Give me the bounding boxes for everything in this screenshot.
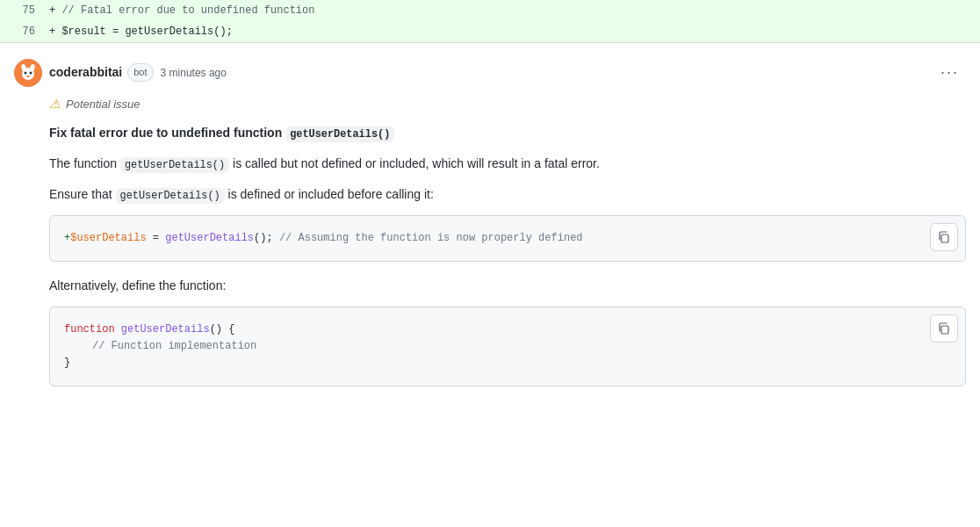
comment-header: coderabbitai bot 3 minutes ago ··· <box>14 57 966 88</box>
comment-impl: // Function implementation <box>92 340 256 352</box>
copy-icon-1 <box>937 230 951 244</box>
avatar <box>14 59 42 87</box>
ensure-before: Ensure that <box>49 187 112 201</box>
potential-issue: ⚠ Potential issue <box>49 95 966 113</box>
code-var: $userDetails <box>70 232 146 244</box>
svg-rect-8 <box>941 326 948 334</box>
code-block-1: +$userDetails = getUserDetails(); // Ass… <box>49 215 966 262</box>
description-text: The function getUserDetails() is called … <box>49 154 966 174</box>
close-brace: } <box>64 357 70 369</box>
diff-content-75: + // Fatal error due to undefined functi… <box>49 2 314 19</box>
ensure-after: is defined or included before calling it… <box>228 187 434 201</box>
line-number-75: 75 <box>14 2 49 19</box>
ensure-text: Ensure that getUserDetails() is defined … <box>49 184 966 205</box>
comment-section: coderabbitai bot 3 minutes ago ··· ⚠ Pot… <box>0 43 980 386</box>
code-block-1-content: +$userDetails = getUserDetails(); // Ass… <box>64 232 583 244</box>
desc-before: The function <box>49 156 117 170</box>
diff-section: 75 + // Fatal error due to undefined fun… <box>0 0 980 43</box>
fn-name: getUserDetails <box>121 323 210 336</box>
svg-rect-7 <box>941 235 948 242</box>
svg-point-5 <box>30 71 32 74</box>
code-block-2-line2: // Function implementation <box>64 338 951 355</box>
title-code: getUserDetails() <box>285 126 394 142</box>
title-prefix: Fix fatal error due to undefined functio… <box>49 126 282 140</box>
kw-function: function <box>64 323 121 336</box>
svg-point-6 <box>26 76 30 77</box>
comment-author: coderabbitai <box>49 63 122 82</box>
diff-comment-75: // Fatal error due to undefined function <box>61 4 314 17</box>
fn-parens: () { <box>210 323 235 336</box>
copy-button-2[interactable] <box>930 314 958 343</box>
bot-badge: bot <box>127 63 153 82</box>
comment-time: 3 minutes ago <box>161 65 227 81</box>
code-block-2: function getUserDetails() { // Function … <box>49 307 966 387</box>
diff-plus-sign-2: + <box>49 25 61 38</box>
svg-point-3 <box>22 68 34 80</box>
svg-point-4 <box>25 71 27 74</box>
section-title: Fix fatal error due to undefined functio… <box>49 124 966 143</box>
line-number-76: 76 <box>14 23 49 40</box>
code-parens: (); <box>254 232 279 244</box>
comment-body: ⚠ Potential issue Fix fatal error due to… <box>49 95 966 386</box>
alternatively-text: Alternatively, define the function: <box>49 276 966 295</box>
comment-menu-button[interactable]: ··· <box>933 57 966 88</box>
diff-line-76: 76 + $result = getUserDetails(); <box>0 21 980 42</box>
diff-plus-sign: + <box>49 4 61 17</box>
diff-line-75: 75 + // Fatal error due to undefined fun… <box>0 0 980 21</box>
main-container: 75 + // Fatal error due to undefined fun… <box>0 0 980 527</box>
code-block-2-line3: } <box>64 355 951 372</box>
diff-content-76: + $result = getUserDetails(); <box>49 23 233 40</box>
code-comment-1: // Assuming the function is now properly… <box>279 232 583 244</box>
code-block-2-line1: function getUserDetails() { <box>64 321 951 338</box>
copy-icon-2 <box>937 321 951 336</box>
code-func: getUserDetails <box>165 232 254 244</box>
desc-after: is called but not defined or included, w… <box>233 156 600 170</box>
potential-issue-label: Potential issue <box>66 96 141 113</box>
diff-code-76: $result = getUserDetails(); <box>61 25 232 38</box>
ensure-code: getUserDetails() <box>116 188 225 204</box>
copy-button-1[interactable] <box>930 223 958 251</box>
desc-code: getUserDetails() <box>120 157 229 173</box>
code-eq: = <box>147 232 166 244</box>
avatar-icon <box>16 61 40 85</box>
warning-icon: ⚠ <box>49 95 61 113</box>
